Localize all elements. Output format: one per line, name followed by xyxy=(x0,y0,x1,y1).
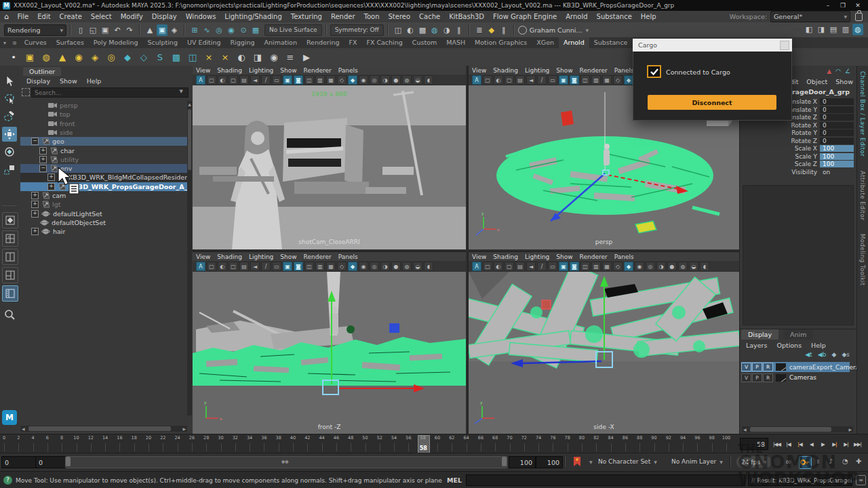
textured-icon[interactable]: ◉ xyxy=(359,262,368,271)
hypershade-icon[interactable]: ◍ xyxy=(429,24,440,36)
shelf-tab-sculpting[interactable]: Sculpting xyxy=(143,37,182,48)
viewport-menu-lighting[interactable]: Lighting xyxy=(245,253,277,260)
select-camera-icon[interactable]: A xyxy=(472,75,481,85)
menu-edit[interactable]: Edit xyxy=(33,13,55,20)
arnold-light-portal-icon[interactable]: ▲ xyxy=(55,49,70,64)
arnold-mesh-light-icon[interactable]: ◈ xyxy=(87,49,102,64)
channel-name[interactable]: Scale X xyxy=(795,145,817,152)
2d-pan-zoom-icon[interactable]: ◄ xyxy=(250,262,260,271)
channel-name[interactable]: Scale Y xyxy=(795,153,817,160)
safe-title-icon[interactable]: ▦ xyxy=(326,75,336,85)
layer-editor-tab-display[interactable]: Display xyxy=(741,329,778,340)
menu-help[interactable]: Help xyxy=(636,13,660,20)
safe-action-icon[interactable]: ▥ xyxy=(315,75,325,85)
ao-icon[interactable]: ● xyxy=(391,75,401,85)
film-gate-icon[interactable]: ▭ xyxy=(272,75,281,85)
film-gate-icon[interactable]: ▭ xyxy=(548,75,557,85)
humanik-toggle-icon[interactable]: ◨ xyxy=(816,24,827,35)
play-backwards-button[interactable]: ◀ xyxy=(806,439,817,450)
layout-two-pane-button[interactable] xyxy=(2,249,18,265)
tab-channel-box[interactable]: Channel Box / Layer Editor xyxy=(859,71,866,157)
image-plane-icon[interactable]: ▤ xyxy=(515,75,525,85)
channel-name[interactable]: Scale Z xyxy=(795,161,817,167)
viewport-menu-show[interactable]: Show xyxy=(277,67,300,74)
arnold-standin-options-icon[interactable]: ◇ xyxy=(136,49,151,64)
character-set-menu-icon[interactable]: ▼ xyxy=(589,460,593,464)
smooth-shade-icon[interactable]: ◆ xyxy=(624,75,633,85)
2d-pan-zoom-icon[interactable]: ◄ xyxy=(526,75,536,85)
viewport-menu-show[interactable]: Show xyxy=(277,253,300,260)
film-gate-icon[interactable]: ▭ xyxy=(272,262,281,271)
viewport-menu-shading[interactable]: Shading xyxy=(490,67,521,74)
safe-action-icon[interactable]: ▥ xyxy=(315,262,325,271)
viewport-menu-view[interactable]: View xyxy=(469,67,490,74)
shelf-tab-curves[interactable]: Curves xyxy=(20,37,52,48)
close-button[interactable]: ✕ xyxy=(850,2,865,9)
viewport-menu-shading[interactable]: Shading xyxy=(214,253,245,260)
ao-icon[interactable]: ● xyxy=(391,262,401,271)
move-layer-down-icon[interactable]: ◀b xyxy=(818,351,827,358)
gate-mask-icon[interactable]: ◙ xyxy=(570,75,579,85)
outliner-item-top[interactable]: top xyxy=(20,110,187,119)
menu-select[interactable]: Select xyxy=(86,13,116,20)
paint-select-tool[interactable] xyxy=(2,109,17,124)
lighting-icon[interactable]: ◎ xyxy=(370,75,379,85)
menu-modify[interactable]: Modify xyxy=(116,13,147,20)
step-back-frame-button[interactable]: |◀ xyxy=(783,439,794,450)
layer-color-swatch[interactable] xyxy=(776,363,786,371)
layer-flag-r[interactable]: R xyxy=(763,363,773,371)
camera-attributes-icon[interactable]: ◐ xyxy=(218,262,227,271)
cargo-dialog[interactable]: Cargo Connected to Cargo Disconnect xyxy=(633,39,792,121)
account-chip[interactable]: Graham Cunni... ▼ xyxy=(518,26,589,35)
layer-editor-menu-options[interactable]: Options xyxy=(772,342,806,349)
ipr-render-icon[interactable]: ◐ xyxy=(405,24,416,36)
fps-selector[interactable]: 24 fps▼ xyxy=(736,456,772,468)
layer-row-cameraexport-cameras[interactable]: VPRcameraExport_Cameras xyxy=(741,362,850,372)
sync-playback-icon[interactable]: ◔ xyxy=(842,458,848,465)
select-camera-icon[interactable]: A xyxy=(196,262,205,271)
outliner-item-utility[interactable]: +utility xyxy=(20,155,187,164)
field-chart-icon[interactable]: ◫ xyxy=(580,75,590,85)
smooth-shade-icon[interactable]: ◆ xyxy=(624,262,633,271)
construction-history-icon[interactable]: ≣ xyxy=(474,24,485,36)
safe-title-icon[interactable]: ▦ xyxy=(602,262,612,271)
viewport-menu-view[interactable]: View xyxy=(193,67,214,74)
arnold-flush-texture-icon[interactable]: ◫ xyxy=(185,49,200,64)
grease-pencil-icon[interactable]: / xyxy=(537,262,547,271)
arnold-tx-delete-icon[interactable]: × xyxy=(218,49,233,64)
menu-windows[interactable]: Windows xyxy=(181,13,220,20)
gate-mask-icon[interactable]: ◙ xyxy=(294,75,303,85)
snap-view-icon[interactable]: ⊙ xyxy=(238,24,249,36)
layer-flag-v[interactable]: V xyxy=(741,373,751,382)
viewport-menu-panels[interactable]: Panels xyxy=(611,253,637,260)
textured-icon[interactable]: ◉ xyxy=(359,75,368,85)
arnold-render-view-icon[interactable]: ◉ xyxy=(267,49,281,64)
expand-toggle-icon[interactable]: + xyxy=(31,210,39,218)
camera-lock-icon[interactable]: ▢ xyxy=(207,262,216,271)
menu-kitbash3d[interactable]: KitBash3D xyxy=(445,13,489,20)
channel-value-field[interactable]: 0 xyxy=(820,114,854,121)
xray-icon[interactable]: ◒ xyxy=(689,262,698,271)
lasso-select-tool[interactable] xyxy=(2,92,17,106)
outliner-menu-display[interactable]: Display xyxy=(22,77,55,85)
layer-flag-r[interactable]: R xyxy=(763,373,773,382)
channel-value-field[interactable]: 0 xyxy=(820,129,854,136)
mute-audio-icon[interactable]: ♪ xyxy=(829,458,833,465)
menu-cache[interactable]: Cache xyxy=(415,13,445,20)
layout-split-pane-button[interactable] xyxy=(2,267,18,283)
arnold-light-manager-icon[interactable]: ◐ xyxy=(234,49,249,64)
layer-editor-tab-anim[interactable]: Anim xyxy=(783,329,813,340)
range-slider[interactable]: ●● xyxy=(65,456,507,468)
shelf-tab-substance[interactable]: Substance xyxy=(589,37,633,48)
step-forward-frame-button[interactable]: ▶| xyxy=(840,439,852,450)
arnold-render-sequence-icon[interactable]: ▶ xyxy=(299,49,314,64)
layout-four-pane-button[interactable]: + xyxy=(2,230,18,247)
viewport-side[interactable]: ViewShadingLightingShowRendererPanels A▢… xyxy=(467,251,741,435)
animation-preferences-icon[interactable]: ✚ xyxy=(856,458,861,465)
new-scene-icon[interactable]: ▯ xyxy=(75,24,86,36)
open-scene-icon[interactable]: ◱ xyxy=(87,24,98,36)
viewport-menu-lighting[interactable]: Lighting xyxy=(245,67,277,74)
outliner-search-caret-icon[interactable]: ▼ xyxy=(180,89,183,94)
menu-set-selector[interactable]: Rendering▼ xyxy=(4,24,66,36)
viewport-menu-view[interactable]: View xyxy=(193,253,214,260)
